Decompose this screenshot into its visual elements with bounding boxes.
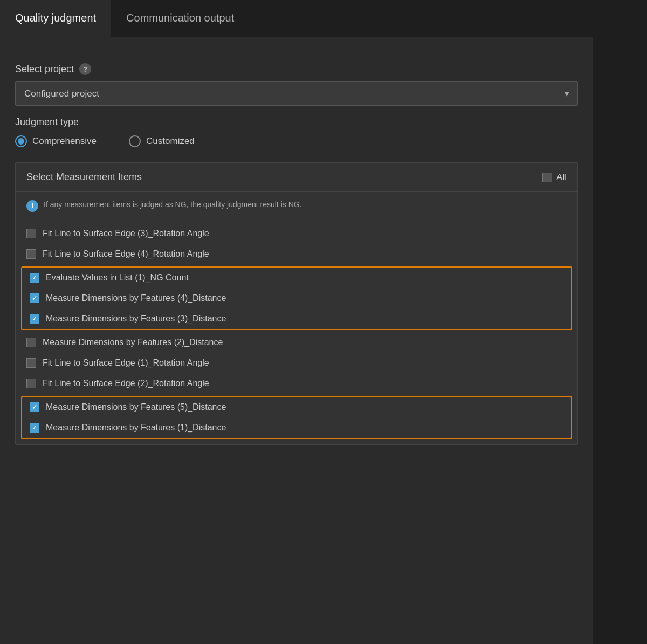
item-text-3: Evaluate Values in List (1)_NG Count [46,273,189,283]
tab-bar: Quality judgment Communication output [0,0,593,37]
info-text: If any measurement items is judged as NG… [44,200,302,210]
project-dropdown[interactable]: Configured project [15,81,578,106]
item-text-1: Fit Line to Surface Edge (3)_Rotation An… [43,229,209,238]
radio-comprehensive-label: Comprehensive [32,136,97,147]
checkbox-item-3[interactable] [30,273,39,283]
item-text-9: Measure Dimensions by Features (5)_Dista… [46,402,226,412]
all-checkbox[interactable] [542,173,552,182]
all-label: All [556,172,567,183]
radio-comprehensive[interactable]: Comprehensive [15,135,97,147]
checkbox-item-9[interactable] [30,402,39,412]
item-text-5: Measure Dimensions by Features (3)_Dista… [46,314,226,324]
judgment-type-radio-group: Comprehensive Customized [15,135,578,147]
checkbox-item-5[interactable] [30,314,39,324]
main-content: Select project ? Configured project ▼ Ju… [0,37,593,460]
highlighted-group-2: Measure Dimensions by Features (5)_Dista… [21,396,572,439]
list-item[interactable]: Measure Dimensions by Features (1)_Dista… [22,417,571,438]
measurement-panel: Select Measurement Items All i If any me… [15,162,578,445]
select-project-text: Select project [15,64,74,75]
item-text-2: Fit Line to Surface Edge (4)_Rotation An… [43,249,209,259]
highlighted-group-1: Evaluate Values in List (1)_NG Count Mea… [21,266,572,330]
checkbox-item-6[interactable] [26,338,36,347]
checkbox-item-1[interactable] [26,229,36,238]
select-project-label: Select project ? [15,63,578,75]
radio-customized-circle [129,135,141,147]
radio-comprehensive-circle [15,135,27,147]
item-text-8: Fit Line to Surface Edge (2)_Rotation An… [43,379,209,388]
checkbox-item-7[interactable] [26,358,36,368]
project-dropdown-container: Configured project ▼ [15,81,578,106]
radio-customized-label: Customized [146,136,195,147]
tab-quality-judgment[interactable]: Quality judgment [0,0,111,37]
checkbox-item-4[interactable] [30,293,39,303]
radio-customized[interactable]: Customized [129,135,195,147]
judgment-type-label: Judgment type [15,117,578,128]
help-icon[interactable]: ? [79,63,91,75]
info-note: i If any measurement items is judged as … [16,192,577,220]
app-container: Quality judgment Communication output Se… [0,0,593,644]
list-item[interactable]: Measure Dimensions by Features (3)_Dista… [22,309,571,329]
item-text-6: Measure Dimensions by Features (2)_Dista… [43,338,223,347]
checkbox-item-2[interactable] [26,249,36,259]
list-item[interactable]: Fit Line to Surface Edge (3)_Rotation An… [16,223,577,244]
item-text-7: Fit Line to Surface Edge (1)_Rotation An… [43,358,209,368]
list-item[interactable]: Measure Dimensions by Features (2)_Dista… [16,332,577,353]
item-text-4: Measure Dimensions by Features (4)_Dista… [46,293,226,303]
info-icon: i [26,200,38,212]
all-checkbox-container[interactable]: All [542,172,567,183]
list-item[interactable]: Measure Dimensions by Features (5)_Dista… [22,397,571,417]
list-item[interactable]: Evaluate Values in List (1)_NG Count [22,268,571,288]
items-list: Fit Line to Surface Edge (3)_Rotation An… [16,220,577,444]
list-item[interactable]: Fit Line to Surface Edge (4)_Rotation An… [16,244,577,264]
item-text-10: Measure Dimensions by Features (1)_Dista… [46,423,226,433]
checkbox-item-8[interactable] [26,379,36,388]
measurement-header: Select Measurement Items All [16,163,577,192]
tab-communication-output[interactable]: Communication output [111,0,249,37]
measurement-title: Select Measurement Items [26,172,142,183]
list-item[interactable]: Fit Line to Surface Edge (1)_Rotation An… [16,353,577,373]
checkbox-item-10[interactable] [30,423,39,433]
list-item[interactable]: Fit Line to Surface Edge (2)_Rotation An… [16,373,577,394]
list-item[interactable]: Measure Dimensions by Features (4)_Dista… [22,288,571,309]
